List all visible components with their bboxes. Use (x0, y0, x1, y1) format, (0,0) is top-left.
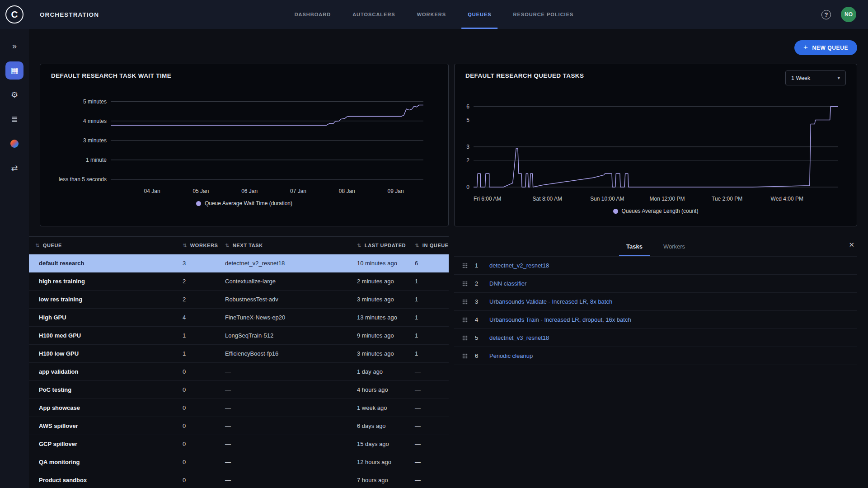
datasets-icon: ≣ (11, 115, 18, 123)
column-header-queue[interactable]: ⇅QUEUE (29, 243, 178, 249)
column-header-last-updated[interactable]: ⇅LAST UPDATED (352, 243, 410, 249)
task-link[interactable]: detectnet_v2_resnet18 (489, 262, 549, 269)
table-row[interactable]: App showcase0—1 week ago— (29, 399, 449, 417)
table-row[interactable]: H100 low GPU1EfficiencyBoost-fp163 minut… (29, 345, 449, 363)
nav-tab-workers[interactable]: WORKERS (417, 0, 446, 29)
cell-next_task: — (221, 386, 352, 393)
close-icon[interactable]: ✕ (849, 241, 854, 248)
cell-last_updated: 13 minutes ago (352, 314, 410, 321)
queues-table-body: default research3detectnet_v2_resnet1810… (29, 254, 449, 488)
sidebar-item-applications[interactable] (5, 135, 23, 153)
time-range-select[interactable]: 1 Week ▾ (785, 70, 846, 85)
table-row[interactable]: QA monitoring0—12 hours ago— (29, 453, 449, 471)
cell-in_queue: 1 (410, 296, 449, 303)
task-list: 1detectnet_v2_resnet182DNN classifier3Ur… (454, 256, 857, 365)
tab-tasks[interactable]: Tasks (626, 236, 643, 256)
task-link[interactable]: Periodic cleanup (489, 352, 533, 359)
legend-label: Queues Average Length (count) (622, 208, 699, 214)
svg-text:06 Jan: 06 Jan (241, 188, 258, 194)
svg-text:09 Jan: 09 Jan (388, 188, 404, 194)
drag-handle-icon[interactable] (462, 281, 468, 286)
svg-text:08 Jan: 08 Jan (339, 188, 355, 194)
drag-handle-icon[interactable] (462, 263, 468, 268)
nav-tab-resource-policies[interactable]: RESOURCE POLICIES (513, 0, 574, 29)
new-queue-button[interactable]: + NEW QUEUE (794, 40, 857, 55)
table-row[interactable]: PoC testing0—4 hours ago— (29, 381, 449, 399)
cell-next_task: RobustnessTest-adv (221, 296, 352, 303)
column-header-in-queue[interactable]: ⇅IN QUEUE (410, 243, 449, 249)
drag-handle-icon[interactable] (462, 335, 468, 341)
cell-in_queue: 1 (410, 332, 449, 339)
cell-in_queue: — (410, 459, 449, 465)
table-row[interactable]: Product sandbox0—7 hours ago— (29, 471, 449, 488)
sidebar-item-queues[interactable]: ▦ (5, 61, 23, 80)
nav-tab-queues[interactable]: QUEUES (468, 0, 491, 29)
table-row[interactable]: app validation0—1 day ago— (29, 363, 449, 381)
drag-handle-icon[interactable] (462, 299, 468, 305)
cell-queue: H100 low GPU (29, 350, 178, 357)
legend-dot-icon (196, 201, 201, 206)
table-row[interactable]: low res training2RobustnessTest-adv3 min… (29, 291, 449, 309)
cell-queue: AWS spillover (29, 422, 178, 429)
sidebar-item-workers[interactable]: ⚙ (5, 86, 23, 104)
task-link[interactable]: Urbansounds Train - Increased LR, dropou… (489, 316, 631, 323)
task-index: 2 (475, 280, 485, 287)
help-icon[interactable]: ? (821, 10, 831, 19)
cell-in_queue: — (410, 477, 449, 483)
table-row[interactable]: AWS spillover0—6 days ago— (29, 417, 449, 435)
cell-next_task: detectnet_v2_resnet18 (221, 260, 352, 267)
column-label: IN QUEUE (422, 243, 449, 248)
cell-in_queue: — (410, 368, 449, 375)
chevron-down-icon: ▾ (837, 75, 840, 81)
nav-tab-dashboard[interactable]: DASHBOARD (295, 0, 331, 29)
cell-queue: Product sandbox (29, 477, 178, 483)
table-row[interactable]: H100 med GPU1LongSeqTrain-5129 minutes a… (29, 327, 449, 345)
cell-next_task: — (221, 477, 352, 483)
task-link[interactable]: detectnet_v3_resnet18 (489, 334, 549, 341)
svg-text:2: 2 (466, 157, 469, 164)
svg-text:Tue 2:00 PM: Tue 2:00 PM (712, 196, 742, 202)
sidebar-item-pipelines[interactable]: ⇄ (5, 159, 23, 177)
task-link[interactable]: DNN classifier (489, 280, 526, 287)
svg-text:Wed 4:00 PM: Wed 4:00 PM (771, 196, 803, 202)
wait-time-chart-title: DEFAULT RESEARCH TASK WAIT TIME (51, 72, 437, 79)
drag-handle-icon[interactable] (462, 353, 468, 359)
cell-last_updated: 3 minutes ago (352, 296, 410, 303)
wait-time-chart: less than 5 seconds1 minute3 minutes4 mi… (51, 84, 437, 198)
svg-text:5: 5 (466, 117, 469, 123)
workers-icon: ⚙ (11, 91, 18, 99)
app-logo[interactable]: C (0, 5, 29, 23)
list-item: 3Urbansounds Validate - Increased LR, 8x… (454, 293, 857, 311)
table-row[interactable]: High GPU4FineTuneX-News-ep2013 minutes a… (29, 309, 449, 327)
column-header-next-task[interactable]: ⇅NEXT TASK (221, 243, 352, 249)
cell-next_task: — (221, 404, 352, 411)
svg-text:Fri 6:00 AM: Fri 6:00 AM (474, 196, 501, 202)
queues-table: ⇅QUEUE⇅WORKERS⇅NEXT TASK⇅LAST UPDATED⇅IN… (29, 236, 449, 488)
cell-last_updated: 4 hours ago (352, 386, 410, 393)
cell-workers: 0 (178, 368, 221, 375)
list-item: 5detectnet_v3_resnet18 (454, 329, 857, 347)
column-header-workers[interactable]: ⇅WORKERS (178, 243, 221, 249)
cell-last_updated: 7 hours ago (352, 477, 410, 483)
sidebar-item-getting-started[interactable]: » (5, 37, 23, 55)
cell-queue: high res training (29, 278, 178, 285)
cell-workers: 0 (178, 459, 221, 465)
cell-workers: 0 (178, 477, 221, 483)
cell-in_queue: — (410, 422, 449, 429)
avatar[interactable]: NO (841, 7, 856, 22)
list-item: 6Periodic cleanup (454, 347, 857, 365)
tab-workers[interactable]: Workers (663, 236, 685, 256)
task-link[interactable]: Urbansounds Validate - Increased LR, 8x … (489, 298, 612, 305)
nav-tab-autoscalers[interactable]: AUTOSCALERS (352, 0, 395, 29)
cell-queue: H100 med GPU (29, 332, 178, 339)
cell-in_queue: — (410, 441, 449, 447)
sidebar-item-datasets[interactable]: ≣ (5, 110, 23, 128)
svg-text:04 Jan: 04 Jan (144, 188, 160, 194)
list-item: 4Urbansounds Train - Increased LR, dropo… (454, 311, 857, 329)
cell-next_task: FineTuneX-News-ep20 (221, 314, 352, 321)
table-row[interactable]: GCP spillover0—15 days ago— (29, 435, 449, 453)
cell-workers: 1 (178, 350, 221, 357)
table-row[interactable]: high res training2Contextualize-large2 m… (29, 272, 449, 291)
table-row[interactable]: default research3detectnet_v2_resnet1810… (29, 254, 449, 272)
drag-handle-icon[interactable] (462, 317, 468, 323)
